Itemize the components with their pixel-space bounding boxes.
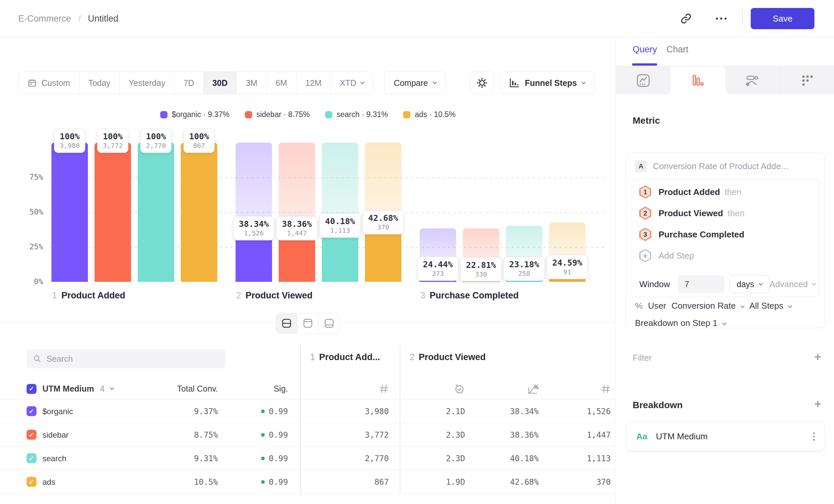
split-view-button[interactable] <box>276 313 297 333</box>
chart-only-view-button[interactable] <box>297 313 319 333</box>
chart-type-button[interactable]: Funnel Steps <box>499 72 595 94</box>
step-then-label: then <box>728 208 745 219</box>
measurement-user[interactable]: User <box>648 301 666 311</box>
step2-count-column-header[interactable] <box>601 378 611 399</box>
funnel-bar-search-step1[interactable] <box>138 143 174 282</box>
step-event-name: Product Viewed <box>659 208 723 219</box>
step1-count-column-header[interactable] <box>379 378 389 399</box>
flows-report-tab[interactable] <box>725 67 780 94</box>
date-range-12m[interactable]: 12M <box>296 72 331 94</box>
sig-header[interactable]: Sig. <box>274 378 288 399</box>
add-step-label: Add Step <box>659 251 694 261</box>
funnel-bar-$organic-step1[interactable] <box>51 143 88 282</box>
add-filter-button[interactable]: + <box>811 350 825 363</box>
step2-count-cell: 370 <box>596 470 611 494</box>
breakdown-item[interactable]: Aa UTM Medium <box>626 422 825 451</box>
date-range-yesterday[interactable]: Yesterday <box>120 72 175 94</box>
select-all-checkbox[interactable]: ✓ <box>26 384 37 394</box>
chart-step-label-2: 2Product Viewed <box>236 291 312 301</box>
window-unit-select[interactable]: days <box>729 275 769 293</box>
y-axis-tick: 0% <box>21 277 43 286</box>
compare-button[interactable]: Compare <box>384 72 446 94</box>
metric-title-row[interactable]: A Conversion Rate of Product Adde... <box>635 160 788 172</box>
avg-time-column-header[interactable] <box>454 378 465 399</box>
tab-chart[interactable]: Chart <box>666 44 688 55</box>
bar-value-label: 42.68%370 <box>363 210 404 234</box>
ellipsis-icon <box>715 17 728 21</box>
date-range-label: 6M <box>276 78 287 88</box>
date-range-3m[interactable]: 3M <box>237 72 267 94</box>
step-number: 1 <box>310 352 315 362</box>
window-value-input[interactable] <box>678 275 724 293</box>
row-checkbox[interactable]: ✓ <box>26 406 37 416</box>
funnels-icon <box>690 73 705 88</box>
search-input[interactable] <box>46 354 219 364</box>
funnel-step-3[interactable]: 3 Purchase Completed <box>639 227 744 242</box>
chart-step-label-3: 3Purchase Completed <box>420 291 519 301</box>
save-button[interactable]: Save <box>751 8 814 29</box>
column-group-step1: 1Product Add... <box>310 352 380 362</box>
date-range-custom[interactable]: Custom <box>19 72 79 94</box>
bar-pct-value: 100% <box>146 131 166 142</box>
table-row-ads: ✓ads10.5%0.998671.9D42.68%370 <box>0 470 616 494</box>
bar-value-label: 100%2,770 <box>140 129 172 153</box>
share-link-button[interactable] <box>677 10 695 27</box>
row-checkbox[interactable]: ✓ <box>26 453 37 463</box>
add-breakdown-button[interactable]: + <box>811 397 825 411</box>
tab-query[interactable]: Query <box>633 44 657 55</box>
search-icon <box>33 354 41 363</box>
row-checkbox[interactable]: ✓ <box>26 430 37 440</box>
insights-report-tab[interactable] <box>616 67 671 94</box>
bar-count-value: 258 <box>509 270 539 278</box>
column-group-step2: 2Product Viewed <box>410 352 486 362</box>
more-options-button[interactable] <box>712 10 730 27</box>
legend-label: sidebar · 8.75% <box>257 110 310 119</box>
legend-item[interactable]: search · 9.31% <box>325 110 388 119</box>
chevron-down-icon <box>360 80 365 84</box>
avg-time-cell: 2.3D <box>446 446 465 470</box>
add-step-button[interactable]: + Add Step <box>639 249 694 262</box>
legend-item[interactable]: ads · 10.5% <box>403 110 456 119</box>
bar-value-label: 38.34%1,526 <box>233 216 275 240</box>
step-number: 2 <box>236 291 241 300</box>
breadcrumb-page-title[interactable]: Untitled <box>88 14 118 24</box>
measurement-scope-select[interactable]: All Steps <box>749 301 784 311</box>
funnel-step-2[interactable]: 2 Product Viewed then <box>639 206 744 220</box>
date-range-30d-active[interactable]: 30D <box>203 72 237 94</box>
date-range-today[interactable]: Today <box>79 72 120 94</box>
measurement-row: % User Conversion Rate All Steps <box>635 301 792 311</box>
breadcrumb-project[interactable]: E-Commerce <box>18 14 71 24</box>
date-range-7d[interactable]: 7D <box>175 72 203 94</box>
bar-count-value: 867 <box>189 142 209 150</box>
breakdown-on-step-select[interactable]: Breakdown on Step 1 <box>635 318 726 328</box>
date-range-segmented-control: Custom Today Yesterday 7D 30D 3M 6M 12M … <box>18 72 373 94</box>
funnel-step-1[interactable]: 1 Product Added then <box>639 185 742 199</box>
breakdown-options-kebab[interactable] <box>813 432 815 441</box>
retention-report-tab[interactable] <box>780 67 834 94</box>
window-unit-label: days <box>737 279 754 289</box>
significance-dot-icon <box>261 410 265 413</box>
legend-item[interactable]: sidebar · 8.75% <box>245 110 310 119</box>
chart-settings-button[interactable] <box>470 72 494 94</box>
table-search[interactable] <box>26 349 225 368</box>
significance-cell: 0.99 <box>261 423 288 446</box>
legend-swatch-icon <box>403 111 410 118</box>
bar-count-value: 1,113 <box>325 227 355 235</box>
advanced-label: Advanced <box>769 279 808 290</box>
active-tab-underline <box>632 63 657 66</box>
bar-count-value: 370 <box>368 223 398 231</box>
funnels-report-tab-active[interactable] <box>671 67 725 94</box>
breakdown-column-label[interactable]: UTM Medium <box>42 384 94 394</box>
date-range-6m[interactable]: 6M <box>267 72 297 94</box>
legend-item[interactable]: $organic · 9.37% <box>160 110 229 119</box>
flows-icon <box>745 73 760 88</box>
funnel-bar-sidebar-step1[interactable] <box>94 143 131 282</box>
measurement-metric-select[interactable]: Conversion Rate <box>672 301 736 311</box>
funnel-bar-ads-step1[interactable] <box>181 143 217 282</box>
date-range-xtd[interactable]: XTD <box>331 72 373 94</box>
total-conv-header[interactable]: Total Conv. <box>177 378 218 399</box>
advanced-toggle[interactable]: Advanced <box>769 279 815 290</box>
row-checkbox[interactable]: ✓ <box>26 477 37 487</box>
table-only-view-button[interactable] <box>319 313 340 333</box>
conv-rate-column-header[interactable] <box>527 378 539 399</box>
